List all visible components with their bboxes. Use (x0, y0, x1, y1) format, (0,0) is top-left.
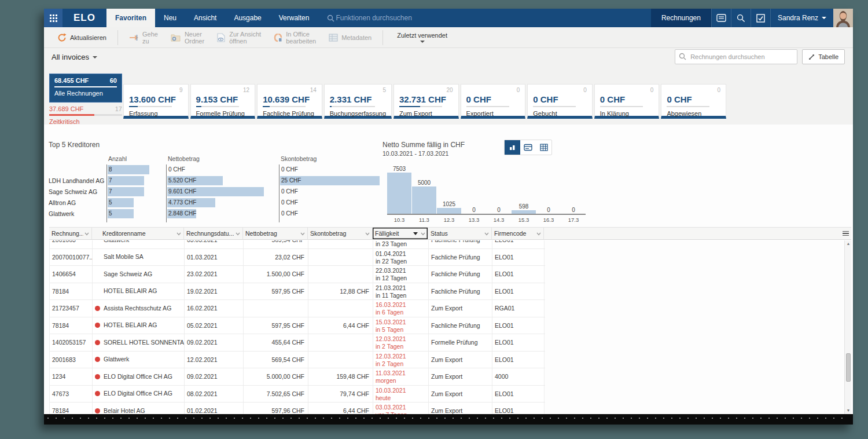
function-search-input[interactable] (334, 13, 439, 23)
corner-cell (49, 153, 106, 164)
chart-view-button[interactable] (505, 140, 520, 155)
chevron-down-icon[interactable] (536, 230, 541, 237)
kpi-card-zum-export[interactable]: 2032.731 CHFZum Export (393, 84, 459, 119)
kpi-card-buchungserfassung[interactable]: 52.331 CHFBuchungserfassung (324, 84, 392, 119)
view-title-dropdown[interactable]: All invoices (52, 53, 97, 61)
bar-value-label: 0 (572, 207, 575, 213)
tab-neu[interactable]: Neu (155, 9, 185, 27)
due-date: 21.03.2021 (376, 284, 426, 292)
cell-company-code: ELO01 (492, 352, 545, 368)
table-row[interactable]: 1402053157SORELL HOTEL SONNENTAL09.02.20… (50, 334, 545, 352)
goto-button[interactable]: Gehezu (123, 29, 164, 46)
recently-used-dropdown[interactable]: Zuletzt verwendet (388, 32, 457, 43)
table-row[interactable]: 78184HOTEL BELAIR AG05.02.2021597,95 CHF… (50, 317, 545, 335)
cell-due-date: 16.03.2021in 6 Tagen (373, 300, 429, 317)
table-row[interactable]: 1234ELO Digital Office CH AG09.02.20215.… (50, 368, 545, 386)
due-relative: heute (376, 394, 426, 402)
new-folder-button[interactable]: NeuerOrdner (164, 29, 211, 46)
app-window: ELO FavoritenNeuAnsichtAusgabeVerwalten … (44, 9, 853, 425)
kpi-card-exportiert[interactable]: 00 CHFExportiert (461, 84, 526, 119)
global-search-button[interactable] (731, 9, 751, 27)
column-header-rechnung-[interactable]: Rechnung... (49, 228, 92, 239)
table-row[interactable]: 47673ELO Digital Office CH AG08.02.20217… (50, 386, 545, 403)
cell-company-code: ELO01 (492, 266, 545, 283)
table-view-button[interactable]: Tabelle (802, 49, 845, 64)
chevron-down-icon[interactable] (300, 230, 305, 237)
kpi-card-in-kl-rung[interactable]: 00 CHFIn Klärung (594, 84, 660, 119)
kpi-card-alle-rechnungen[interactable]: 68.455 CHF 60 Alle Rechnungen (49, 74, 122, 103)
cell-invoice-number: 1402053157 (50, 334, 93, 351)
kpi-progress-fill (196, 106, 202, 107)
column-menu-icon[interactable] (840, 228, 851, 239)
table-row[interactable]: 21723457Assista Rechtsschutz AG16.02.202… (50, 300, 545, 317)
table-row[interactable]: 78184HOTEL BELAIR AG19.02.2021597,95 CHF… (50, 283, 545, 301)
kpi-value: 0 CHF (466, 94, 520, 104)
column-header-status[interactable]: Status (428, 228, 492, 239)
toolbar-item-label: Zur Ansicht (229, 31, 261, 38)
chevron-down-icon[interactable] (236, 230, 240, 237)
tab-favoriten[interactable]: Favoriten (106, 9, 155, 27)
cell-status: Fachliche Prüfung (429, 266, 492, 283)
view-header-right: Tabelle (675, 49, 845, 64)
column-header-kreditorenname[interactable]: Kreditorenname (92, 228, 184, 239)
scrollbar-thumb[interactable] (846, 353, 851, 382)
toolbar-item-label: Neuer (185, 31, 204, 38)
card-view-button[interactable] (520, 140, 536, 155)
chevron-down-icon[interactable] (176, 230, 181, 237)
refresh-button[interactable]: Aktualisieren (51, 29, 113, 46)
chevron-down-icon[interactable] (84, 230, 89, 237)
kpi-card-abgewiesen[interactable]: 00 CHFAbgewiesen (661, 84, 726, 119)
table-row[interactable]: 2001663Glattwerk03.03.2021569,54 CHF02.0… (50, 240, 545, 249)
tab-ansicht[interactable]: Ansicht (185, 9, 225, 27)
column-header-skontobetrag[interactable]: Skontobetrag (308, 228, 373, 239)
tab-ausgabe[interactable]: Ausgabe (225, 9, 270, 27)
cell-invoice-number: 78184 (50, 317, 93, 334)
function-search[interactable] (327, 9, 439, 27)
table-view-button[interactable] (536, 140, 551, 155)
column-header-rechnungsdatu-[interactable]: Rechnungsdatu... (184, 228, 243, 239)
keypad-button[interactable] (711, 9, 731, 27)
tasks-button[interactable] (751, 9, 770, 27)
toolbar-separator (117, 30, 118, 45)
bar-value-label: 0 CHF (279, 164, 381, 175)
bar-cell: 5.520 CHF (166, 175, 279, 186)
scroll-down-arrow[interactable]: ▼ (846, 408, 851, 413)
open-view-icon (217, 33, 226, 42)
column-header-firmencode[interactable]: Firmencode (492, 228, 544, 239)
table-row[interactable]: 20070010077...Salt Mobile SA01.03.202123… (50, 249, 545, 266)
table-row[interactable]: 2001683Glattwerk12.02.2021569,54 CHF12.0… (50, 352, 545, 369)
kpi-zeitkritisch[interactable]: 37.689 CHF 17 Zeitkritisch (49, 105, 122, 125)
kpi-label: Formelle Prüfung (196, 110, 250, 117)
kpi-card-erfassung[interactable]: 913.600 CHFErfassung (123, 84, 189, 119)
kpi-card-formelle-pr-fung[interactable]: 129.153 CHFFormelle Prüfung (190, 84, 256, 119)
cell-status: Fachliche Prüfung (429, 283, 492, 300)
table-view-label: Tabelle (818, 53, 838, 60)
invoice-search-input[interactable] (675, 49, 797, 64)
tab-verwalten[interactable]: Verwalten (270, 9, 318, 27)
user-menu[interactable]: Sandra Renz (770, 9, 833, 27)
chevron-down-icon[interactable] (484, 230, 489, 237)
kpi-card-fachliche-pr-fung[interactable]: 1410.639 CHFFachliche Prüfung (257, 84, 322, 119)
x-tick-label: 17.3 (561, 215, 586, 223)
app-grid-button[interactable] (44, 9, 62, 27)
column-header-f-lligkeit[interactable]: Fälligkeit (373, 228, 428, 239)
cell-invoice-number: 1406654 (50, 266, 93, 283)
scroll-up-arrow[interactable]: ▲ (846, 242, 851, 246)
vertical-scrollbar[interactable]: ▲ ▼ (844, 240, 851, 414)
metadata-button[interactable]: Metadaten (322, 29, 378, 46)
chevron-down-icon[interactable] (365, 230, 370, 237)
column-header-nettobetrag[interactable]: Nettobetrag (243, 228, 308, 239)
office-edit-button[interactable]: In Officebearbeiten (267, 29, 322, 46)
chevron-down-icon[interactable] (421, 230, 425, 237)
creditor-label (49, 164, 106, 175)
open-view-button[interactable]: Zur Ansichtöffnen (211, 29, 267, 46)
table-row[interactable]: 78184Belair Hotel AG01.02.2021597,96 CHF… (50, 403, 545, 414)
due-relative: in 5 Tagen (376, 326, 426, 334)
table-row[interactable]: 1406654Sage Schweiz AG23.02.20211.500,00… (50, 266, 545, 283)
kpi-card-gebucht[interactable]: 00 CHFGebucht (527, 84, 593, 119)
bar (512, 210, 536, 214)
rechnungen-view-button[interactable]: Rechnungen (651, 9, 711, 27)
avatar[interactable] (833, 9, 853, 27)
cell-invoice-number: 20070010077... (50, 249, 93, 266)
cell-invoice-date: 01.02.2021 (185, 403, 244, 414)
